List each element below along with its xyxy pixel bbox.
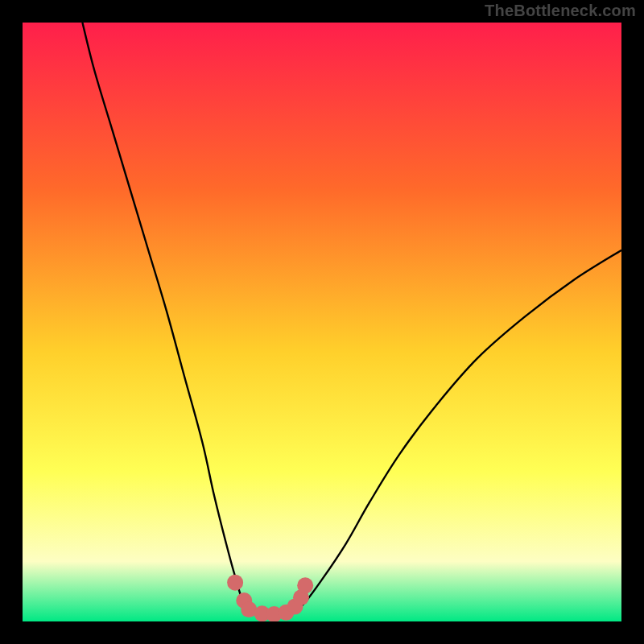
watermark-text: TheBottleneck.com bbox=[485, 2, 636, 20]
chart-svg bbox=[23, 23, 621, 621]
trough-marker bbox=[297, 577, 313, 593]
gradient-bg bbox=[23, 23, 621, 621]
chart-frame: TheBottleneck.com bbox=[0, 0, 644, 644]
plot-area bbox=[23, 23, 621, 621]
trough-marker bbox=[227, 575, 243, 591]
